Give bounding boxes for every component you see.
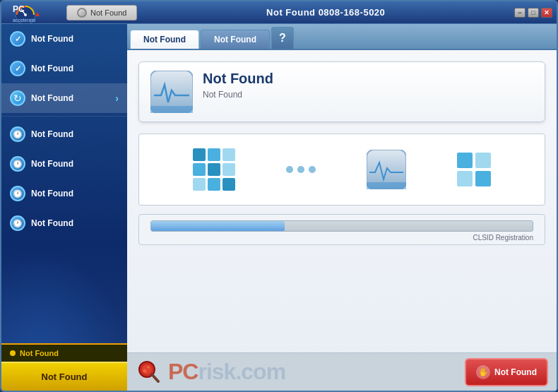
svg-rect-9 <box>367 182 406 189</box>
tile <box>193 178 206 191</box>
sidebar-label-4: Not Found <box>31 129 119 139</box>
sidebar-label-6: Not Found <box>31 189 119 198</box>
scan-dot <box>309 166 316 173</box>
pcrisk-logo: PCrisk.com <box>136 358 285 386</box>
rtile <box>475 153 491 168</box>
logo-svg: PC accelerate <box>11 2 55 23</box>
sidebar-label-3: Not Found <box>31 93 115 103</box>
title-bar: PC accelerate Not Found Not Found 0808-1… <box>1 1 557 24</box>
main-window: PC accelerate Not Found Not Found 0808-1… <box>0 0 558 392</box>
check-icon-2 <box>10 61 25 76</box>
warning-dot <box>10 350 16 356</box>
rtile <box>457 171 473 186</box>
sidebar-item-1[interactable]: Not Found <box>1 24 127 54</box>
sidebar-item-4[interactable]: Not Found <box>1 119 127 149</box>
tab-1[interactable]: Not Found <box>130 30 199 49</box>
scan-dots <box>286 166 316 173</box>
window-controls: − □ ✕ <box>514 8 552 18</box>
info-subtitle: Not Found <box>203 90 273 100</box>
info-text: Not Found Not Found <box>203 71 273 100</box>
sidebar-divider <box>1 116 127 117</box>
progress-bar-inner <box>151 221 285 231</box>
clock-icon-6 <box>10 186 25 201</box>
status-button[interactable]: Not Found <box>66 5 137 20</box>
tile <box>222 148 235 161</box>
minimize-button[interactable]: − <box>514 8 526 18</box>
status-button-label: Not Found <box>90 8 126 17</box>
sidebar-item-7[interactable]: Not Found <box>1 208 127 238</box>
svg-text:accelerate: accelerate <box>13 18 35 23</box>
scan-area <box>138 133 545 206</box>
content-panel: Not Found Not Found <box>127 50 557 391</box>
tile <box>208 163 220 176</box>
rtile <box>457 153 473 168</box>
hand-stop-icon: ✋ <box>476 365 490 379</box>
svg-line-14 <box>152 374 158 381</box>
pc-text: PC <box>168 359 198 384</box>
stop-button[interactable]: ✋ Not Found <box>465 358 548 386</box>
progress-area: CLSID Registration <box>138 214 545 245</box>
scan-tiles-right <box>457 153 491 186</box>
bottom-bar: PCrisk.com ✋ Not Found <box>127 352 557 391</box>
center-scan-icon <box>367 150 406 189</box>
rtile <box>475 171 491 186</box>
progress-label: CLSID Registration <box>150 234 533 242</box>
svg-text:PC: PC <box>13 4 25 14</box>
tile <box>222 163 235 176</box>
check-icon-1 <box>10 31 25 47</box>
maximize-button[interactable]: □ <box>528 8 539 18</box>
tile <box>222 178 235 191</box>
sidebar: Not Found Not Found Not Found › Not Foun… <box>1 24 127 391</box>
sidebar-label-2: Not Found <box>31 64 119 73</box>
app-icon <box>150 71 193 113</box>
sidebar-item-3[interactable]: Not Found › <box>1 83 127 113</box>
tile <box>193 163 206 176</box>
pcrisk-text: PCrisk.com <box>168 359 285 385</box>
main-layout: Not Found Not Found Not Found › Not Foun… <box>1 24 557 391</box>
svg-point-13 <box>147 366 150 369</box>
magnifier-icon <box>136 358 164 386</box>
sidebar-item-5[interactable]: Not Found <box>1 149 127 179</box>
sidebar-label-7: Not Found <box>31 218 119 228</box>
scan-tiles-left <box>193 148 235 191</box>
clock-icon-7 <box>10 215 25 231</box>
sidebar-warning: Not Found <box>1 343 127 362</box>
sidebar-item-6[interactable]: Not Found <box>1 179 127 208</box>
close-button[interactable]: ✕ <box>541 8 552 18</box>
refresh-icon-3 <box>10 90 25 106</box>
tab-bar: Not Found Not Found ? <box>127 24 557 50</box>
sidebar-bottom: Not Found Not Found <box>1 343 127 391</box>
cta-button[interactable]: Not Found <box>1 362 127 391</box>
tab-2[interactable]: Not Found <box>201 30 270 49</box>
stop-button-label: Not Found <box>494 367 537 377</box>
svg-point-11 <box>142 364 152 374</box>
content-area: Not Found Not Found ? <box>127 24 557 391</box>
sidebar-item-2[interactable]: Not Found <box>1 54 127 83</box>
tile <box>193 148 206 161</box>
arrow-icon-3: › <box>115 93 119 104</box>
info-box: Not Found Not Found <box>138 61 545 122</box>
tile <box>208 148 220 161</box>
tile <box>208 178 220 191</box>
title-label: Not Found 0808-168-5020 <box>266 7 385 18</box>
progress-bar-outer <box>150 220 533 232</box>
svg-point-12 <box>143 369 147 372</box>
tab-help[interactable]: ? <box>271 27 294 49</box>
sidebar-label-5: Not Found <box>31 159 119 169</box>
sidebar-label-1: Not Found <box>31 34 119 44</box>
svg-marker-5 <box>35 12 40 16</box>
info-title: Not Found <box>203 71 273 87</box>
scan-dot <box>297 166 304 173</box>
warning-text: Not Found <box>20 349 59 357</box>
scan-dot <box>286 166 293 173</box>
clock-icon-5 <box>10 156 25 172</box>
clock-icon-4 <box>10 126 25 142</box>
status-icon <box>77 8 87 18</box>
app-logo: PC accelerate <box>6 0 61 26</box>
svg-rect-7 <box>150 106 193 113</box>
title-bar-left: PC accelerate Not Found <box>6 0 137 26</box>
